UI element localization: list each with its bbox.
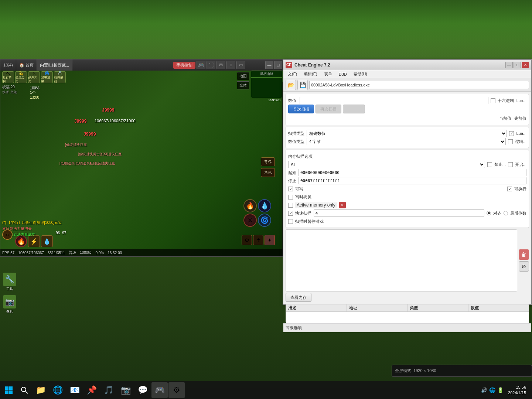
extra-btn-2[interactable]: ✦ — [265, 235, 275, 245]
map-btn[interactable]: 地图 — [237, 72, 249, 80]
ce-advanced-options-btn[interactable]: 高级选项 — [286, 325, 302, 331]
char-btn[interactable]: 角色 — [261, 168, 275, 177]
lua-checkbox[interactable] — [509, 131, 514, 136]
desktop-trees-top — [0, 0, 532, 59]
tray-icon-1[interactable]: 🌐 — [489, 387, 495, 393]
search-button[interactable] — [18, 381, 31, 399]
full-btn[interactable]: 全体 — [237, 81, 249, 89]
desktop-bottom-icons: 🔧 工具 📷 像机 — [0, 270, 19, 317]
collect-btn[interactable]: ○ — [2, 229, 13, 240]
align-radio[interactable] — [487, 211, 491, 215]
active-mem-checkbox[interactable] — [288, 203, 293, 208]
ce-stop-btn[interactable]: ⊘ — [519, 261, 529, 272]
ce-close-btn[interactable]: ✕ — [522, 62, 529, 68]
ce-extra-btn[interactable] — [343, 105, 365, 113]
end-addr-input[interactable] — [299, 177, 526, 184]
extra-btn-0[interactable]: ⚙ — [242, 235, 252, 245]
phone-control-btn[interactable]: 手机控制 — [173, 62, 195, 69]
ce-first-scan-btn[interactable]: 首次扫描 — [288, 105, 314, 113]
stop-dialog-checkbox[interactable] — [288, 219, 293, 224]
last-digits-radio[interactable] — [504, 211, 508, 215]
game-tab-0[interactable]: 1(64) — [0, 59, 16, 71]
extra-btn-1[interactable]: 🗡 — [253, 235, 263, 245]
taskbar-icon-ce[interactable]: ⚙ — [168, 382, 185, 398]
scan-type-select[interactable]: 精确数值 — [307, 130, 507, 137]
ce-advanced-bar: 高级选项 — [283, 323, 531, 332]
active-mem-x-btn[interactable]: ✕ — [339, 202, 346, 208]
ce-tool-open[interactable]: 📂 — [286, 80, 296, 90]
taskbar-icon-edge[interactable]: 🌐 — [50, 382, 66, 398]
ce-menu-help[interactable]: 帮助(H) — [351, 71, 370, 78]
ce-next-scan-btn[interactable]: 再次扫描 — [316, 105, 341, 113]
ce-view-mem-btn[interactable]: 查看内存 — [286, 293, 311, 302]
desktop-icon-camera[interactable]: 📷 像机 — [1, 294, 18, 316]
ce-minimize-btn[interactable]: — — [505, 62, 513, 68]
svg-point-4 — [21, 387, 26, 392]
windows-logo-icon — [5, 386, 13, 394]
desktop-icon-tools[interactable]: 🔧 工具 — [1, 271, 18, 293]
cow-checkbox[interactable] — [288, 195, 293, 200]
right-skill-2[interactable]: ⚔ — [243, 214, 257, 227]
writable-checkbox[interactable] — [288, 187, 293, 191]
minimize-btn[interactable]: — — [265, 61, 273, 69]
executable-checkbox[interactable] — [507, 187, 512, 191]
maximize-btn[interactable]: □ — [274, 61, 282, 69]
game-tab-home[interactable]: 🏠 首页 — [16, 59, 37, 71]
taskbar: 📁 🌐 📧 📌 🎵 📷 💬 🎮 ⚙ 🔊 🌐 🔋 15:56 2024/1/15 — [0, 381, 532, 399]
ce-hex-checkbox[interactable] — [491, 98, 495, 103]
tray-icon-2[interactable]: 🔋 — [497, 387, 504, 393]
bag-char-buttons: 背包 角色 — [261, 157, 275, 177]
start-button[interactable] — [0, 381, 18, 399]
right-skill-1[interactable]: 💧 — [258, 199, 271, 212]
memory-scan-select[interactable]: All — [288, 161, 485, 168]
ce-process-selector[interactable]: 00002A58-LdVBoxHeadless.exe — [309, 81, 529, 89]
stop-dialog-label: 扫描时暂停游戏 — [295, 219, 324, 224]
open-checkbox[interactable] — [508, 162, 513, 167]
game-btn-box[interactable]: ▭ — [236, 61, 245, 69]
ce-value-input[interactable] — [300, 97, 488, 104]
taskbar-icon-pin[interactable]: 📌 — [83, 382, 100, 398]
game-right-controls: 手机控制 🎮 ⚫ ✉ ≡ ▭ — [173, 61, 245, 69]
cow-label: 写时拷贝 — [295, 194, 311, 200]
taskbar-icon-mail[interactable]: 📧 — [66, 382, 83, 398]
right-skill-0[interactable]: 🔥 — [243, 199, 257, 212]
right-skill-3[interactable]: 🌀 — [258, 214, 271, 227]
tray-icon-0[interactable]: 🔊 — [481, 387, 487, 393]
fast-scan-checkbox[interactable] — [288, 211, 293, 216]
taskbar-icon-folder[interactable]: 📁 — [33, 382, 49, 398]
taskbar-icon-game[interactable]: 🎮 — [151, 382, 168, 398]
mob-label-1: [低级]遗失勇士[低级]遗失狂魔 — [78, 152, 122, 157]
ce-tool-save[interactable]: 💾 — [297, 80, 308, 90]
damage-text-2: J9999 — [83, 132, 96, 137]
disable-checkbox[interactable] — [487, 162, 492, 167]
game-btn-menu[interactable]: ≡ — [226, 61, 235, 69]
bag-btn[interactable]: 背包 — [261, 157, 275, 166]
game-btn-2: ⚫ — [207, 61, 215, 69]
tools-icon-label: 工具 — [6, 287, 13, 291]
ce-action-btns: 🗑 ⊘ — [519, 229, 529, 291]
ce-body: 数值: 十六进制 Lua... 首次扫描 再次扫描 当前值 先前值 — [283, 92, 531, 304]
ce-delete-btn[interactable]: 🗑 — [519, 249, 529, 260]
ce-menu-edit[interactable]: 编辑(E) — [301, 71, 320, 78]
last-digits-label: 最后位数 — [510, 211, 526, 216]
buff-icon-0: ⛏ 粗石精制 — [2, 71, 14, 83]
ce-menu-table[interactable]: 表单 — [321, 71, 335, 78]
logical-checkbox[interactable] — [508, 139, 513, 144]
start-addr-input[interactable] — [299, 169, 526, 176]
fast-scan-input[interactable] — [314, 209, 484, 217]
game-tab-neizhi[interactable]: 内置0.1折西藏... — [37, 59, 72, 71]
fullscreen-text: 全屏模式: 1920 × 1080 — [395, 368, 529, 374]
active-mem-label: Active memory only — [295, 202, 337, 208]
ce-maximize-btn[interactable]: □ — [514, 62, 521, 68]
taskbar-icon-chat[interactable]: 💬 — [134, 382, 151, 398]
game-btn-1[interactable]: 🎮 — [197, 61, 205, 69]
ce-menu-d3d[interactable]: D3D — [336, 71, 350, 77]
ce-win-controls: — □ ✕ — [505, 62, 529, 68]
ce-memory-options: 内存扫描选项 All 禁止... 开启... 起始 停止 — [286, 150, 529, 228]
value-type-select[interactable]: 4 字节 — [307, 138, 506, 145]
game-btn-mail[interactable]: ✉ — [216, 61, 225, 69]
ce-menu-file[interactable]: 文(F) — [285, 71, 300, 78]
item-count-1: 96 — [56, 231, 60, 235]
taskbar-icon-music[interactable]: 🎵 — [100, 382, 117, 398]
taskbar-icon-camera[interactable]: 📷 — [117, 382, 134, 398]
